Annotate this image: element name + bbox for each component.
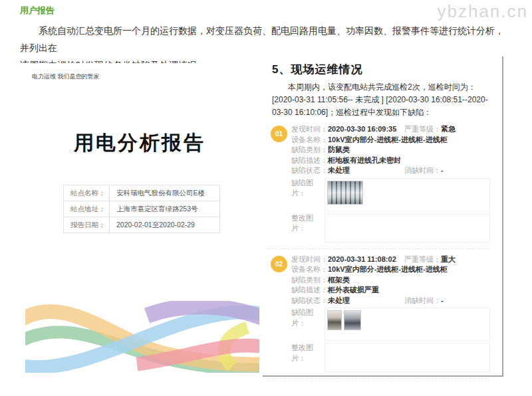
fix-photo-box [325, 343, 490, 372]
defect-photo-thumbnail[interactable] [327, 310, 342, 330]
info-label: 报告日期： [64, 217, 110, 233]
section-title: 用户报告 [20, 5, 55, 17]
field-row: 发现时间：2020-03-31 11:08:02 严重等级：重大 [291, 254, 490, 265]
fix-photo-row: 整改图片： [291, 343, 490, 372]
status-value: 未处理 [328, 296, 402, 306]
inspection-summary: 本周期内，该变配电站共完成巡检2次，巡检时间为：[2020-03-31 11:0… [272, 81, 490, 119]
field-label: 缺陷图片： [291, 308, 325, 328]
field-row: 设备名称：10kV室内部分-进线柜-进线柜-进线柜 [291, 135, 490, 146]
category-value: 防鼠类 [328, 146, 350, 153]
device-value: 10kV室内部分-进线柜-进线柜-进线柜 [328, 136, 448, 144]
field-label: 发现时间： [291, 125, 328, 133]
severity-value: 紧急 [441, 125, 456, 133]
defect-fields: 发现时间：2020-03-31 11:08:02 严重等级：重大 设备名称：10… [291, 254, 490, 373]
severity-value: 重大 [441, 255, 456, 263]
fix-photo-box [325, 213, 490, 243]
field-label: 设备名称： [291, 136, 328, 144]
decorative-waves-graphic [25, 301, 259, 373]
intro-line: 系统自动汇总变电所一个月的运行数据，对变压器负荷、配电回路用电量、功率因数、报警… [20, 22, 512, 56]
field-label: 缺陷描述： [291, 156, 328, 164]
clear-time-value: - [441, 296, 444, 304]
info-value: 上海市嘉定区育绿路253号 [110, 201, 220, 217]
info-label: 站点地址： [64, 201, 110, 217]
field-label: 整改图片： [291, 343, 325, 363]
status-value: 未处理 [328, 165, 402, 176]
field-label: 消缺时间： [404, 166, 441, 174]
description-value: 柜外表破损严重 [328, 286, 379, 294]
field-label: 缺陷类别： [291, 146, 328, 153]
defect-index-badge: 02 [271, 256, 287, 272]
field-label: 缺陷类别： [291, 276, 328, 284]
field-row: 缺陷描述：柜外表破损严重 [291, 285, 490, 296]
field-row: 缺陷类别：框架类 [291, 275, 490, 286]
defect-photo-box [325, 178, 490, 211]
info-label: 站点名称： [64, 185, 110, 201]
defect-photo-row: 缺陷图片： [291, 308, 490, 341]
section-heading: 5、现场运维情况 [272, 62, 502, 77]
record-divider [265, 248, 490, 249]
table-row: 站点地址： 上海市嘉定区育绿路253号 [64, 201, 220, 217]
table-row: 站点名称： 安科瑞电气股份有限公司E楼 [64, 185, 220, 201]
field-row: 缺陷状态：未处理 消缺时间：- [291, 165, 490, 176]
defect-photo-box [325, 308, 490, 341]
defect-fields: 发现时间：2020-03-30 16:09:35 严重等级：紧急 设备名称：10… [291, 124, 490, 243]
found-time-value: 2020-03-30 16:09:35 [328, 124, 402, 135]
field-row: 发现时间：2020-03-30 16:09:35 严重等级：紧急 [291, 124, 490, 135]
field-row: 缺陷描述：柜地板有进线孔未密封 [291, 155, 490, 166]
info-value: 2020-02-01至2020-02-29 [110, 217, 220, 233]
defect-photo-row: 缺陷图片： [291, 178, 490, 211]
defect-photo-thumbnail[interactable] [344, 310, 361, 330]
field-label: 严重等级： [404, 125, 441, 133]
fix-photo-row: 整改图片： [291, 213, 490, 243]
defect-record: 02 发现时间：2020-03-31 11:08:02 严重等级：重大 设备名称… [263, 254, 502, 379]
field-label: 整改图片： [291, 213, 325, 234]
field-label: 缺陷状态： [291, 296, 328, 304]
field-row: 设备名称：10kV室内部分-进线柜-进线柜-进线柜 [291, 264, 490, 275]
defect-index-badge: 01 [271, 126, 287, 142]
category-value: 框架类 [328, 276, 350, 284]
cover-title: 用电分析报告 [20, 130, 259, 157]
field-row: 缺陷类别：防鼠类 [291, 145, 490, 155]
defect-record: 01 发现时间：2020-03-30 16:09:35 严重等级：紧急 设备名称… [263, 124, 502, 249]
description-value: 柜地板有进线孔未密封 [328, 156, 401, 164]
field-label: 严重等级： [404, 255, 441, 263]
device-value: 10kV室内部分-进线柜-进线柜-进线柜 [328, 265, 448, 273]
cover-info-table: 站点名称： 安科瑞电气股份有限公司E楼 站点地址： 上海市嘉定区育绿路253号 … [63, 185, 220, 233]
record-divider [265, 378, 490, 379]
found-time-value: 2020-03-31 11:08:02 [328, 254, 402, 265]
field-label: 缺陷状态： [291, 166, 328, 174]
info-value: 安科瑞电气股份有限公司E楼 [110, 185, 220, 201]
field-label: 设备名称： [291, 265, 328, 273]
field-label: 消缺时间： [404, 296, 441, 304]
watermark: ybzhan.cn [437, 1, 528, 22]
field-label: 发现时间： [291, 255, 328, 263]
page: ybzhan.cn 用户报告 系统自动汇总变电所一个月的运行数据，对变压器负荷、… [0, 0, 532, 396]
report-cover-page: 电力运维 我们是您的管家 用电分析报告 站点名称： 安科瑞电气股份有限公司E楼 … [20, 63, 259, 392]
defect-photo-thumbnail[interactable] [327, 181, 363, 205]
maintenance-panel: 5、现场运维情况 本周期内，该变配电站共完成巡检2次，巡检时间为：[2020-0… [263, 56, 503, 377]
table-row: 报告日期： 2020-02-01至2020-02-29 [64, 217, 220, 233]
field-label: 缺陷图片： [291, 178, 325, 199]
clear-time-value: - [441, 166, 444, 174]
field-row: 缺陷状态：未处理 消缺时间：- [291, 296, 490, 306]
cover-slogan: 电力运维 我们是您的管家 [32, 72, 100, 81]
field-label: 缺陷描述： [291, 286, 328, 294]
